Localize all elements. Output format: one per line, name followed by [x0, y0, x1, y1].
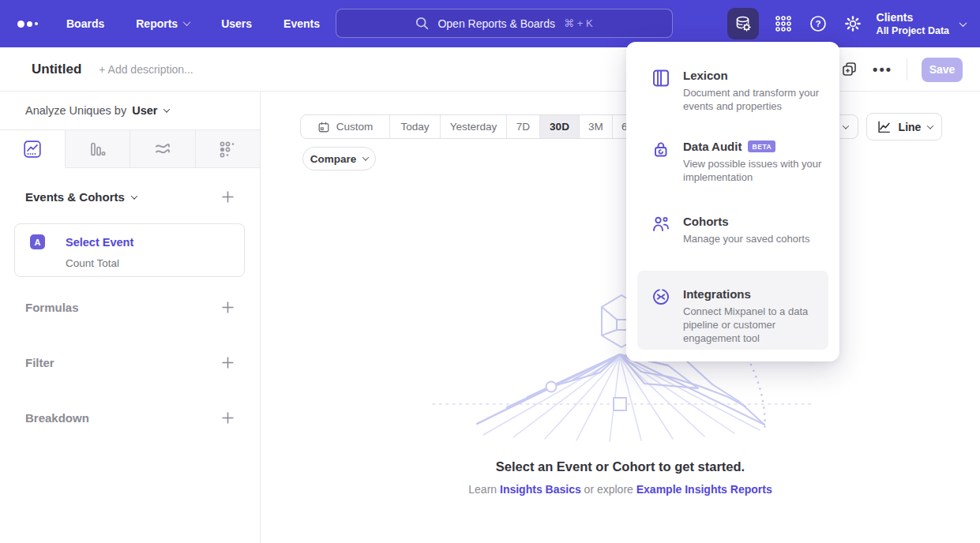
- search-icon: [415, 17, 429, 30]
- empty-state-title: Select an Event or Cohort to get started…: [261, 459, 980, 474]
- empty-state-links: Learn Insights Basics or explore Example…: [261, 483, 980, 496]
- nav-users[interactable]: Users: [221, 17, 252, 30]
- save-button[interactable]: Save: [922, 58, 963, 82]
- database-gear-icon: [734, 14, 753, 33]
- menu-item-data-audit[interactable]: Data Audit BETA View possible issues wit…: [626, 140, 839, 185]
- insights-basics-link[interactable]: Insights Basics: [500, 483, 581, 496]
- cohorts-people-icon: [651, 215, 670, 234]
- query-builder-sidebar: Analyze Uniques by User: [0, 92, 261, 543]
- add-breakdown-button[interactable]: [221, 411, 235, 425]
- nav-boards[interactable]: Boards: [66, 17, 104, 30]
- menu-item-cohorts[interactable]: Cohorts Manage your saved cohorts: [626, 215, 839, 246]
- help-button[interactable]: ?: [801, 6, 835, 41]
- example-insights-reports-link[interactable]: Example Insights Reports: [636, 483, 772, 496]
- filter-section: Filter: [25, 356, 235, 369]
- topbar-icons: ? Clients All Project Data: [727, 0, 980, 47]
- date-range-today[interactable]: Today: [389, 115, 440, 138]
- nav-reports[interactable]: Reports: [136, 17, 190, 30]
- bar-chart-tab-icon: [88, 140, 106, 158]
- chevron-down-icon: [959, 19, 967, 27]
- add-filter-button[interactable]: [221, 356, 235, 369]
- plus-icon: [221, 356, 235, 369]
- plus-icon: [221, 301, 235, 314]
- project-switcher[interactable]: Clients All Project Data: [877, 11, 966, 36]
- add-formula-button[interactable]: [221, 301, 235, 314]
- events-cohorts-header: Events & Cohorts: [25, 190, 235, 204]
- compare-button[interactable]: Compare: [302, 147, 376, 170]
- search-placeholder: Open Reports & Boards: [437, 17, 555, 30]
- analyze-value: User: [132, 104, 157, 117]
- chart-type-tabs: [0, 130, 260, 168]
- main-content: Custom Today Yesterday 7D 30D 3M 6M Comp…: [261, 92, 980, 543]
- beta-badge: BETA: [748, 140, 775, 152]
- data-management-button[interactable]: [727, 8, 759, 39]
- chevron-down-icon: [183, 18, 191, 26]
- count-total-label[interactable]: Count Total: [66, 257, 119, 269]
- plus-icon: [221, 190, 235, 204]
- analyze-uniques-row[interactable]: Analyze Uniques by User: [0, 92, 260, 130]
- integrations-sync-icon: [651, 287, 670, 306]
- line-chart-tab-icon: [24, 140, 41, 158]
- more-options-button[interactable]: •••: [873, 66, 892, 73]
- top-navigation-bar: Boards Reports Users Events Open Reports…: [0, 0, 980, 47]
- date-range-7d[interactable]: 7D: [506, 115, 539, 138]
- search-shortcut: ⌘ + K: [564, 17, 593, 29]
- select-event-label[interactable]: Select Event: [66, 236, 133, 249]
- menu-item-integrations[interactable]: Integrations Connect Mixpanel to a data …: [637, 271, 828, 350]
- chart-type-selector[interactable]: Line: [866, 113, 942, 140]
- calendar-icon: [317, 121, 330, 133]
- chevron-down-icon: [362, 154, 369, 160]
- project-name: All Project Data: [877, 25, 949, 36]
- data-management-dropdown: Lexicon Document and transform your even…: [626, 42, 839, 361]
- date-range-custom[interactable]: Custom: [301, 115, 389, 138]
- search-bar[interactable]: Open Reports & Boards ⌘ + K: [336, 9, 673, 38]
- flow-tab-icon: [154, 140, 171, 158]
- apps-grid-button[interactable]: [766, 6, 801, 41]
- duplicate-icon: [841, 61, 858, 78]
- report-title[interactable]: Untitled: [32, 62, 81, 77]
- nav-events[interactable]: Events: [283, 17, 320, 30]
- tab-insights-line[interactable]: [0, 130, 65, 168]
- chevron-down-icon[interactable]: [131, 193, 137, 199]
- divider: [907, 58, 907, 81]
- svg-text:?: ?: [815, 19, 820, 28]
- duplicate-button[interactable]: [841, 61, 858, 78]
- date-range-30d-selected[interactable]: 30D: [539, 115, 579, 138]
- add-description-field[interactable]: + Add description...: [99, 63, 193, 76]
- event-row-a[interactable]: A Select Event Count Total: [14, 223, 245, 277]
- chevron-down-icon: [843, 122, 849, 129]
- event-letter-badge: A: [30, 234, 45, 249]
- date-range-yesterday[interactable]: Yesterday: [440, 115, 506, 138]
- data-audit-lock-icon: [651, 140, 670, 159]
- plus-icon: [221, 411, 235, 425]
- mixpanel-logo-icon[interactable]: [17, 21, 44, 28]
- gear-icon: [843, 14, 862, 33]
- tab-retention[interactable]: [195, 130, 261, 167]
- grid-icon: [774, 14, 793, 33]
- org-name: Clients: [877, 11, 949, 24]
- question-mark-icon: ?: [809, 14, 828, 33]
- settings-button[interactable]: [835, 6, 870, 41]
- menu-item-lexicon[interactable]: Lexicon Document and transform your even…: [626, 69, 839, 114]
- date-range-3m[interactable]: 3M: [579, 115, 612, 138]
- lexicon-book-icon: [651, 69, 670, 88]
- tab-flow[interactable]: [130, 130, 195, 167]
- tab-bar-chart[interactable]: [65, 130, 130, 167]
- line-chart-icon: [876, 119, 892, 135]
- mixpanel-insights-page: Boards Reports Users Events Open Reports…: [0, 0, 980, 543]
- main-nav: Boards Reports Users Events: [66, 17, 320, 30]
- breakdown-section: Breakdown: [25, 411, 235, 425]
- add-event-button[interactable]: [221, 190, 235, 204]
- retention-dots-tab-icon: [219, 140, 236, 158]
- formulas-section: Formulas: [25, 301, 235, 314]
- chevron-down-icon: [163, 106, 170, 112]
- chevron-down-icon: [927, 122, 933, 129]
